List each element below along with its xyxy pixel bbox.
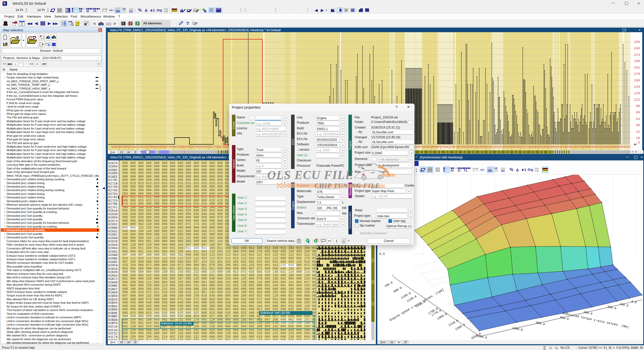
svg-text:E: E (68, 11, 69, 13)
svg-text:V: V (130, 22, 132, 25)
svg-text:?: ? (186, 21, 189, 26)
svg-text:IHL: IHL (99, 24, 101, 26)
svg-text:F: F (205, 11, 206, 12)
svg-text:P: P (137, 22, 138, 25)
svg-text:V: V (30, 36, 32, 39)
svg-text:?: ? (195, 21, 197, 26)
svg-text:F: F (123, 22, 124, 25)
